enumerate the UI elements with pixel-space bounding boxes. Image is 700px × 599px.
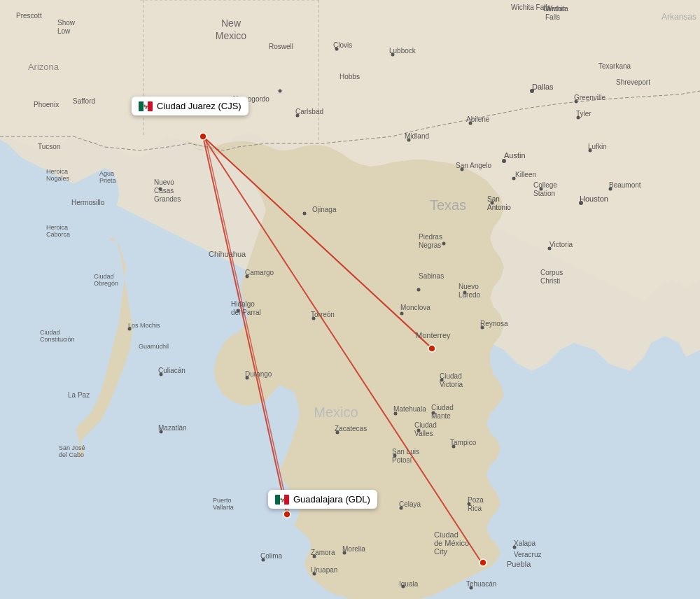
svg-text:Agua: Agua — [99, 170, 114, 177]
svg-text:Killeen: Killeen — [515, 171, 536, 178]
svg-text:Tucson: Tucson — [38, 143, 60, 150]
svg-text:La Paz: La Paz — [68, 391, 90, 399]
svg-text:Beaumont: Beaumont — [609, 181, 641, 189]
svg-text:Vallarta: Vallarta — [213, 504, 234, 511]
svg-text:Uruapan: Uruapan — [311, 566, 337, 574]
svg-point-35 — [400, 312, 404, 316]
svg-text:Show: Show — [57, 19, 76, 27]
svg-point-168 — [284, 511, 290, 518]
svg-text:Iguala: Iguala — [399, 580, 419, 588]
svg-text:Arizona: Arizona — [28, 62, 59, 72]
svg-text:Tampico: Tampico — [450, 439, 477, 446]
svg-text:Prescott: Prescott — [16, 12, 42, 20]
svg-text:Nuevo: Nuevo — [154, 178, 174, 186]
svg-text:Low: Low — [57, 27, 71, 35]
svg-text:Austin: Austin — [504, 151, 526, 160]
svg-text:Lubbock: Lubbock — [389, 47, 416, 55]
svg-text:Lufkin: Lufkin — [588, 143, 607, 150]
svg-text:Poza: Poza — [468, 496, 484, 504]
svg-text:Ciudad: Ciudad — [440, 372, 462, 380]
svg-text:Hermosillo: Hermosillo — [71, 199, 105, 206]
airport-label-gdl: Guadalajara (GDL) — [268, 490, 377, 509]
svg-text:Falls: Falls — [545, 13, 560, 21]
svg-text:City: City — [434, 547, 447, 556]
airport-name-cjs: Ciudad Juarez (CJS) — [157, 101, 241, 111]
svg-text:Mexico: Mexico — [216, 30, 247, 41]
svg-text:Ciudad: Ciudad — [40, 329, 60, 336]
svg-text:Victoria: Victoria — [440, 381, 463, 388]
svg-text:Durango: Durango — [245, 370, 272, 378]
svg-text:Torreón: Torreón — [311, 311, 335, 318]
svg-point-16 — [479, 559, 486, 566]
svg-text:Guamúchil: Guamúchil — [139, 343, 169, 350]
svg-text:Reynosa: Reynosa — [480, 320, 508, 327]
svg-text:Station: Station — [533, 190, 555, 197]
svg-text:Piedras: Piedras — [419, 233, 442, 241]
svg-text:Obregón: Obregón — [94, 280, 118, 287]
svg-text:Shreveport: Shreveport — [616, 78, 650, 86]
svg-text:Negras: Negras — [419, 241, 441, 249]
svg-text:Puerto: Puerto — [213, 497, 232, 504]
svg-text:Ciudad: Ciudad — [414, 421, 437, 429]
airport-name-gdl: Guadalajara (GDL) — [293, 494, 370, 505]
svg-text:Houston: Houston — [580, 195, 608, 203]
svg-text:Grandes: Grandes — [154, 195, 181, 203]
svg-text:San José: San José — [59, 444, 85, 451]
svg-text:Heroica: Heroica — [46, 168, 68, 175]
svg-text:Monclova: Monclova — [400, 304, 430, 311]
svg-text:Camargo: Camargo — [245, 269, 274, 276]
svg-text:Tehuacán: Tehuacán — [466, 580, 496, 588]
svg-point-15 — [428, 345, 435, 352]
svg-point-167 — [200, 133, 206, 140]
svg-text:Nogales: Nogales — [46, 175, 70, 182]
svg-text:Corpus: Corpus — [540, 269, 563, 276]
svg-text:Prieta: Prieta — [99, 177, 116, 184]
svg-text:Midland: Midland — [405, 132, 429, 140]
svg-text:Laredo: Laredo — [458, 291, 481, 299]
svg-text:Casas: Casas — [154, 187, 174, 195]
svg-text:Ojinaga: Ojinaga — [312, 206, 337, 213]
svg-text:Veracruz: Veracruz — [514, 551, 541, 558]
svg-text:Valles: Valles — [414, 430, 433, 437]
svg-text:Hidalgo: Hidalgo — [231, 300, 255, 308]
svg-text:Puebla: Puebla — [507, 560, 531, 568]
svg-text:New: New — [221, 17, 241, 29]
svg-text:Mante: Mante — [431, 412, 451, 420]
svg-text:Ciudad: Ciudad — [431, 404, 454, 411]
svg-text:Zamora: Zamora — [311, 549, 335, 556]
flag-mexico-gdl — [275, 495, 289, 505]
svg-point-19 — [279, 90, 282, 93]
svg-text:Celaya: Celaya — [399, 500, 421, 508]
map-container: New Mexico Arizona Texas Mexico Dallas A… — [0, 0, 700, 599]
svg-text:Abilene: Abilene — [466, 115, 490, 123]
svg-text:Texas: Texas — [430, 197, 466, 213]
svg-text:Arkansas: Arkansas — [662, 12, 696, 22]
svg-text:Culiacán: Culiacán — [158, 367, 186, 374]
svg-text:San: San — [487, 195, 500, 203]
svg-text:Phoenix: Phoenix — [34, 101, 59, 108]
svg-text:Greenville: Greenville — [574, 94, 606, 101]
svg-text:Tyler: Tyler — [576, 110, 592, 118]
svg-text:Clovis: Clovis — [333, 41, 352, 49]
svg-text:Dallas: Dallas — [532, 83, 554, 91]
svg-text:Caborca: Caborca — [46, 231, 70, 238]
svg-text:Monterrey: Monterrey — [416, 331, 451, 339]
svg-text:Antonio: Antonio — [487, 204, 511, 211]
svg-text:Ciudad: Ciudad — [434, 530, 458, 539]
svg-text:Christi: Christi — [540, 277, 560, 285]
svg-text:Heroica: Heroica — [46, 224, 68, 231]
svg-text:Zacatecas: Zacatecas — [335, 425, 367, 432]
svg-text:Rica: Rica — [468, 505, 482, 512]
svg-text:Ciudad: Ciudad — [94, 273, 114, 280]
svg-text:Morelia: Morelia — [342, 545, 365, 553]
svg-text:Los Mochis: Los Mochis — [128, 322, 160, 329]
svg-text:College: College — [533, 181, 557, 189]
svg-text:Constitución: Constitución — [40, 336, 75, 343]
svg-text:Nuevo: Nuevo — [458, 283, 479, 290]
svg-text:Hobbs: Hobbs — [340, 73, 360, 80]
svg-text:Carlsbad: Carlsbad — [295, 108, 323, 115]
svg-text:Roswell: Roswell — [269, 43, 293, 50]
svg-text:Victoria: Victoria — [550, 241, 573, 248]
svg-text:de México: de México — [434, 539, 469, 547]
svg-text:Potosí: Potosí — [392, 456, 412, 464]
